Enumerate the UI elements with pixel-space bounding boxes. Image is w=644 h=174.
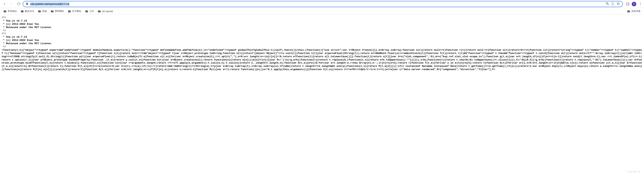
forward-button[interactable] [9,1,14,7]
bookmark-label: 工作 [89,10,94,13]
bookmark-label: 其他书签 [631,10,640,13]
folder-icon [85,10,88,13]
reload-button[interactable] [16,1,21,7]
other-bookmarks[interactable]: 其他书签 [626,9,642,14]
translate-icon[interactable] [606,2,609,6]
url-bar-actions [606,2,620,6]
profile-avatar[interactable]: Y [632,2,636,6]
folder-icon [68,10,71,13]
folder-icon [38,10,41,13]
folder-icon [4,10,6,13]
svg-point-4 [640,2,641,3]
folder-icon [627,10,630,13]
folder-icon [98,10,101,13]
bookmark-folder[interactable]: 赞同网站 [49,9,66,14]
url-text: cdn.jsdelivr.net/npm/vue@2.7.14 [30,3,604,6]
toolbar-right: Y [624,2,642,6]
bookmarks-bar: 常用地址 解决办法 前端 赞同网站 官方网站 工作 sth special 其他… [0,8,644,15]
page-content: /*! * Vue.js v2.7.14 * (c) 2014-2022 Eva… [0,15,644,73]
svg-rect-2 [626,3,629,5]
bookmark-folder[interactable]: 解决办法 [19,9,36,14]
bookmark-folder[interactable]: sth special [96,9,114,14]
bookmark-star-icon[interactable] [616,2,620,6]
bookmark-label: 官方网站 [72,10,81,13]
menu-button[interactable] [639,2,642,6]
bookmark-folder[interactable]: 官方网站 [66,9,83,14]
svg-marker-1 [617,2,620,5]
side-panel-icon[interactable] [626,2,630,6]
lock-icon [26,2,28,6]
bookmark-folder[interactable]: 前端 [36,9,48,14]
svg-point-6 [640,4,641,5]
share-icon[interactable] [611,2,614,6]
back-button[interactable] [2,1,7,7]
bookmark-label: sth special [102,10,113,13]
bookmark-label: 前端 [42,10,47,13]
browser-toolbar: cdn.jsdelivr.net/npm/vue@2.7.14 Y [0,0,644,8]
bookmark-folder[interactable]: 常用地址 [2,9,18,14]
svg-point-5 [640,3,641,4]
folder-icon [21,10,24,13]
bookmark-label: 解决办法 [25,10,34,13]
address-bar[interactable]: cdn.jsdelivr.net/npm/vue@2.7.14 [23,1,623,7]
folder-icon [51,10,54,13]
bookmark-folder[interactable]: 工作 [84,9,96,14]
bookmark-label: 常用地址 [8,10,17,13]
bookmark-label: 赞同网站 [55,10,64,13]
